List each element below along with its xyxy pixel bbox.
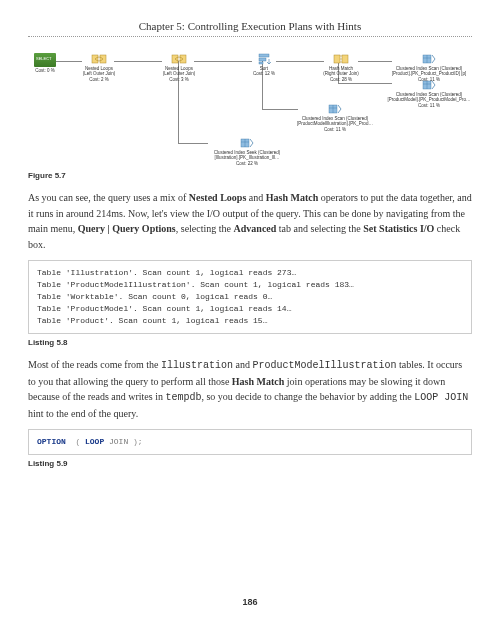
plan-label: [ProductModel].[PK_ProductModel_Pro… [386,97,472,102]
text: and [246,192,265,203]
code-keyword: LOOP [85,437,104,446]
select-icon [34,53,56,67]
code-line: Table 'Worktable'. Scan count 0, logical… [37,292,272,301]
inline-code: ProductModelIllustration [253,360,397,371]
text: , selecting the [176,223,234,234]
paragraph-1: As you can see, the query uses a mix of … [28,190,472,252]
bold-text: Advanced [234,223,277,234]
code-punct: ( [66,437,85,446]
header-divider [28,36,472,37]
nested-loops-icon [171,53,187,65]
clustered-index-scan-icon [421,53,437,65]
plan-label: (Left Outer Join) [76,71,122,76]
plan-node-hash-match: Hash Match (Right Outer Join) Cost: 28 % [318,53,364,82]
execution-plan-diagram: Cost: 0 % Nested Loops (Left Outer Join)… [28,47,472,167]
plan-node-clustered-index-scan-2: Clustered Index Scan (Clustered) [Produc… [386,79,472,108]
paragraph-2: Most of the reads come from the Illustra… [28,357,472,421]
inline-code: Illustration [161,360,233,371]
plan-node-nested-loops-2: Nested Loops (Left Outer Join) Cost: 3 % [156,53,202,82]
plan-label: Cost: 2 % [76,77,122,82]
plan-label: [Illustration].[PK_Illustration_Ill… [202,155,292,160]
svg-rect-5 [259,58,266,61]
plan-node-clustered-index-seek-4: Clustered Index Seek (Clustered) [Illust… [202,137,292,166]
nested-loops-icon [91,53,107,65]
plan-node-clustered-index-scan-1: Clustered Index Scan (Clustered) [Produc… [386,53,472,82]
bold-text: Query | Query Options [78,223,176,234]
plan-label: Cost: 11 % [292,127,378,132]
inline-code: tempdb [165,392,201,403]
plan-node-select: Cost: 0 % [30,53,60,73]
bold-text: Set Statistics I/O [363,223,434,234]
plan-label: Cost: 12 % [246,71,282,76]
plan-node-sort: Sort Cost: 12 % [246,53,282,77]
page-number: 186 [0,597,500,607]
text: hint to the end of the query. [28,408,138,419]
svg-rect-6 [259,62,263,64]
bold-text: Hash Match [232,376,285,387]
code-listing-2: OPTION ( LOOP JOIN ); [28,429,472,455]
clustered-index-seek-icon [239,137,255,149]
plan-label: [Product].[PK_Product_ProductID] [p] [386,71,472,76]
code-keyword: OPTION [37,437,66,446]
text: As you can see, the query uses a mix of [28,192,189,203]
code-line: Table 'ProductModelIllustration'. Scan c… [37,280,354,289]
svg-rect-4 [259,54,269,57]
text: tab and selecting the [276,223,363,234]
plan-label: Cost: 28 % [318,77,364,82]
plan-node-nested-loops-1: Nested Loops (Left Outer Join) Cost: 2 % [76,53,122,82]
plan-label: (Left Outer Join) [156,71,202,76]
bold-text: Hash Match [266,192,319,203]
plan-label: (Right Outer Join) [318,71,364,76]
code-listing-1: Table 'Illustration'. Scan count 1, logi… [28,260,472,334]
listing-caption-1: Listing 5.8 [28,338,472,347]
sort-icon [256,53,272,65]
svg-rect-8 [342,55,348,63]
text: and [233,359,252,370]
code-line: Table 'Illustration'. Scan count 1, logi… [37,268,296,277]
svg-rect-7 [334,55,340,63]
text: , so you decide to change the behavior b… [201,391,414,402]
plan-label: Cost: 0 % [30,68,60,73]
code-punct: ); [128,437,142,446]
code-line: Table 'Product'. Scan count 1, logical r… [37,316,267,325]
plan-label: Cost: 3 % [156,77,202,82]
plan-label: Cost: 11 % [386,103,472,108]
text: Most of the reads come from the [28,359,161,370]
listing-caption-2: Listing 5.9 [28,459,472,468]
clustered-index-scan-icon [327,103,343,115]
hash-match-icon [333,53,349,65]
chapter-title: Chapter 5: Controlling Execution Plans w… [28,20,472,32]
bold-text: Nested Loops [189,192,247,203]
figure-caption: Figure 5.7 [28,171,472,180]
code-line: Table 'ProductModel'. Scan count 1, logi… [37,304,291,313]
plan-node-clustered-index-scan-3: Clustered Index Scan (Clustered) [Produc… [292,103,378,132]
plan-label: [ProductModelIllustration].[PK_Prod… [292,121,378,126]
code-keyword: JOIN [104,437,128,446]
clustered-index-scan-icon [421,79,437,91]
inline-code: LOOP JOIN [414,392,468,403]
plan-label: Cost: 22 % [202,161,292,166]
